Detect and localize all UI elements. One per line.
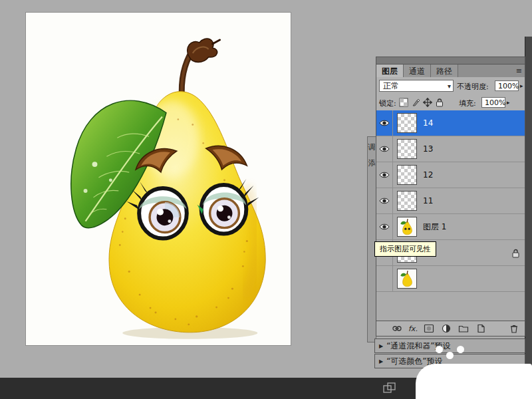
layers-panel-controls: 正常 ▾ 不透明度: 100% ▸ 锁定: 填充: 100% ▸ bbox=[376, 77, 525, 110]
eye-icon bbox=[379, 119, 390, 127]
overlay-blob bbox=[416, 364, 532, 399]
visibility-toggle[interactable] bbox=[376, 110, 393, 136]
collapsed-panel-channel-mixer-presets[interactable]: ▶ “通道混和器”预设 bbox=[374, 338, 525, 353]
dock-char: 调 bbox=[368, 144, 376, 152]
visibility-toggle[interactable] bbox=[376, 188, 393, 213]
layers-panel-button-bar: fx. bbox=[376, 321, 525, 336]
fill-slider-icon[interactable]: ▸ bbox=[507, 99, 510, 106]
delete-layer-icon[interactable] bbox=[508, 323, 519, 334]
tab-layers[interactable]: 图层 bbox=[376, 65, 404, 77]
layer-row[interactable] bbox=[376, 266, 525, 292]
eye-icon bbox=[379, 171, 390, 179]
lock-transparent-icon[interactable] bbox=[399, 97, 408, 106]
layer-name[interactable]: 14 bbox=[423, 110, 433, 136]
layer-thumbnail[interactable] bbox=[397, 269, 417, 289]
layer-thumbnail[interactable] bbox=[397, 139, 417, 159]
photoshop-workspace: 调 添 图层 通道 路径 ≡ 正常 ▾ 不透明度: 100% ▸ 锁定: bbox=[0, 0, 532, 399]
resize-windows-icon[interactable] bbox=[383, 382, 396, 394]
layer-style-icon[interactable]: fx. bbox=[408, 323, 418, 334]
document-canvas[interactable] bbox=[25, 12, 291, 346]
expand-arrow-icon: ▶ bbox=[379, 358, 383, 364]
dock-char: 添 bbox=[368, 160, 376, 168]
layer-row[interactable]: 13 bbox=[376, 136, 525, 162]
opacity-slider-icon[interactable]: ▸ bbox=[520, 82, 523, 89]
overlay-dot bbox=[457, 346, 464, 353]
panel-dock-header[interactable] bbox=[376, 57, 525, 65]
tab-channels[interactable]: 通道 bbox=[404, 65, 431, 77]
tab-paths[interactable]: 路径 bbox=[431, 65, 458, 77]
fill-value[interactable]: 100% bbox=[481, 97, 505, 108]
lock-position-icon[interactable] bbox=[423, 97, 432, 106]
blend-mode-value: 正常 bbox=[383, 81, 399, 90]
layer-row[interactable]: 14 bbox=[376, 110, 525, 136]
layer-name[interactable]: 13 bbox=[423, 136, 433, 162]
chevron-down-icon: ▾ bbox=[448, 80, 451, 92]
blend-mode-select[interactable]: 正常 ▾ bbox=[379, 80, 454, 92]
link-layers-icon[interactable] bbox=[391, 323, 402, 334]
layer-list: 14 13 12 11 bbox=[376, 110, 525, 321]
new-layer-icon[interactable] bbox=[475, 323, 487, 334]
eye-icon bbox=[379, 197, 390, 205]
pear-thumbnail bbox=[398, 217, 416, 236]
right-dock-edge bbox=[525, 37, 532, 378]
opacity-label: 不透明度: bbox=[457, 82, 489, 92]
layer-name[interactable]: 12 bbox=[423, 162, 433, 188]
pear-artwork bbox=[26, 13, 291, 345]
overlay-dot bbox=[446, 352, 454, 359]
pear-thumbnail bbox=[398, 269, 416, 288]
lock-label: 锁定: bbox=[379, 98, 396, 108]
layer-mask-icon[interactable] bbox=[424, 323, 435, 334]
fill-label: 填充: bbox=[459, 98, 476, 108]
adjustment-layer-icon[interactable] bbox=[441, 323, 452, 334]
visibility-toggle[interactable] bbox=[376, 266, 393, 291]
lock-icon bbox=[512, 248, 519, 257]
layer-thumbnail[interactable] bbox=[397, 191, 417, 211]
layer-thumbnail[interactable] bbox=[397, 165, 417, 185]
expand-arrow-icon: ▶ bbox=[379, 343, 383, 349]
lock-all-icon[interactable] bbox=[435, 97, 444, 106]
opacity-value[interactable]: 100% bbox=[495, 80, 519, 91]
lock-pixels-icon[interactable] bbox=[411, 97, 420, 106]
tooltip-layer-visibility: 指示图层可见性 bbox=[374, 241, 436, 257]
layer-row[interactable]: 11 bbox=[376, 188, 525, 214]
eye-icon bbox=[379, 223, 390, 231]
overlay-dot bbox=[436, 346, 443, 353]
layer-row[interactable]: 图层 1 bbox=[376, 214, 525, 240]
layer-row[interactable]: 12 bbox=[376, 162, 525, 188]
layer-thumbnail[interactable] bbox=[397, 113, 417, 133]
panel-menu-icon[interactable]: ≡ bbox=[458, 65, 525, 77]
visibility-toggle[interactable] bbox=[376, 214, 393, 239]
layer-name[interactable]: 11 bbox=[423, 188, 433, 213]
layer-thumbnail[interactable] bbox=[397, 217, 417, 237]
panel-tab-bar: 图层 通道 路径 ≡ bbox=[376, 65, 525, 77]
docked-panel-edge[interactable]: 调 添 bbox=[367, 136, 376, 342]
layer-name[interactable]: 图层 1 bbox=[423, 214, 446, 239]
new-group-icon[interactable] bbox=[458, 323, 469, 334]
visibility-toggle[interactable] bbox=[376, 136, 393, 162]
visibility-toggle[interactable] bbox=[376, 162, 393, 188]
eye-icon bbox=[379, 145, 390, 153]
